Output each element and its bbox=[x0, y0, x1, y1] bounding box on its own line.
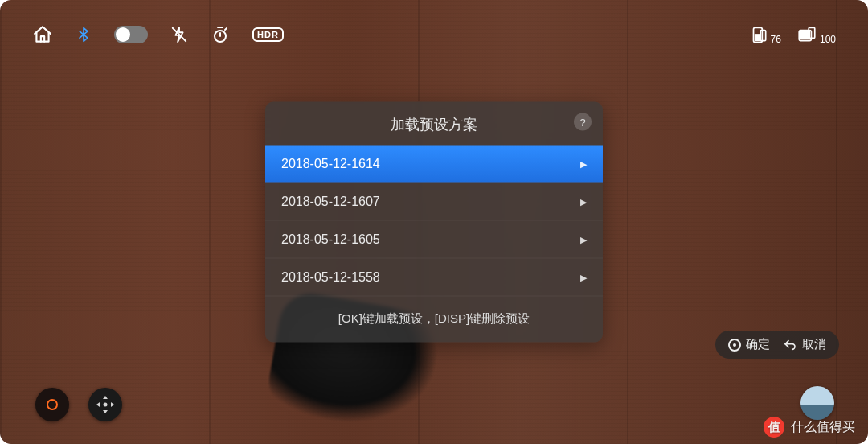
camera-battery-value: 100 bbox=[820, 34, 836, 45]
dpad-icon bbox=[97, 397, 113, 413]
hdr-indicator[interactable]: HDR bbox=[252, 27, 284, 42]
camera-app-viewport: HDR 76 100 加载预设方案 ? bbox=[0, 0, 868, 444]
chevron-right-icon: ▶ bbox=[580, 196, 587, 207]
preset-label: 2018-05-12-1605 bbox=[281, 232, 380, 247]
phone-battery-indicator: 76 bbox=[748, 24, 781, 45]
preset-label: 2018-05-12-1614 bbox=[281, 157, 380, 171]
ring-icon bbox=[47, 399, 58, 410]
chevron-right-icon: ▶ bbox=[580, 272, 587, 282]
confirm-cancel-bar: 确定 取消 bbox=[715, 331, 839, 359]
watermark: 值 什么值得买 bbox=[764, 417, 855, 438]
confirm-button[interactable]: 确定 bbox=[728, 337, 770, 352]
svg-line-4 bbox=[225, 28, 227, 30]
watermark-text: 什么值得买 bbox=[791, 419, 855, 436]
preset-item-selected[interactable]: 2018-05-12-1614 ▶ bbox=[265, 146, 603, 183]
preset-label: 2018-05-12-1558 bbox=[281, 270, 380, 285]
gallery-avatar[interactable] bbox=[800, 386, 834, 420]
camera-battery-indicator: 100 bbox=[796, 24, 836, 45]
load-preset-dialog: 加载预设方案 ? 2018-05-12-1614 ▶ 2018-05-12-16… bbox=[265, 102, 603, 343]
bluetooth-icon[interactable] bbox=[76, 24, 92, 45]
preset-label: 2018-05-12-1607 bbox=[281, 195, 380, 209]
help-icon[interactable]: ? bbox=[574, 113, 592, 131]
preset-item[interactable]: 2018-05-12-1605 ▶ bbox=[265, 220, 603, 258]
chevron-right-icon: ▶ bbox=[580, 158, 587, 169]
confirm-label: 确定 bbox=[746, 337, 770, 352]
target-icon bbox=[728, 339, 741, 352]
dialog-hint-text: [OK]键加载预设，[DISP]键删除预设 bbox=[265, 296, 603, 343]
timer-icon[interactable] bbox=[211, 25, 230, 44]
top-bar-right-group: 76 100 bbox=[748, 24, 836, 45]
svg-rect-6 bbox=[755, 35, 760, 41]
dpad-button[interactable] bbox=[88, 388, 122, 421]
top-bar-left-group: HDR bbox=[32, 24, 284, 45]
record-target-button[interactable] bbox=[35, 388, 69, 421]
cancel-button[interactable]: 取消 bbox=[783, 337, 826, 352]
watermark-badge: 值 bbox=[764, 417, 784, 438]
dialog-header: 加载预设方案 ? bbox=[265, 102, 603, 146]
flash-off-icon[interactable] bbox=[170, 25, 188, 44]
back-arrow-icon bbox=[783, 339, 797, 352]
phone-battery-value: 76 bbox=[771, 34, 781, 45]
mode-toggle[interactable] bbox=[114, 26, 148, 43]
cancel-label: 取消 bbox=[802, 337, 826, 352]
svg-rect-7 bbox=[760, 31, 766, 41]
chevron-right-icon: ▶ bbox=[580, 234, 587, 245]
preset-item[interactable]: 2018-05-12-1607 ▶ bbox=[265, 183, 603, 220]
dialog-title: 加载预设方案 bbox=[391, 115, 477, 134]
preset-item[interactable]: 2018-05-12-1558 ▶ bbox=[265, 258, 603, 296]
toggle-knob bbox=[116, 27, 130, 42]
home-icon[interactable] bbox=[32, 24, 53, 45]
top-status-bar: HDR 76 100 bbox=[0, 0, 868, 72]
preset-list: 2018-05-12-1614 ▶ 2018-05-12-1607 ▶ 2018… bbox=[265, 146, 603, 296]
